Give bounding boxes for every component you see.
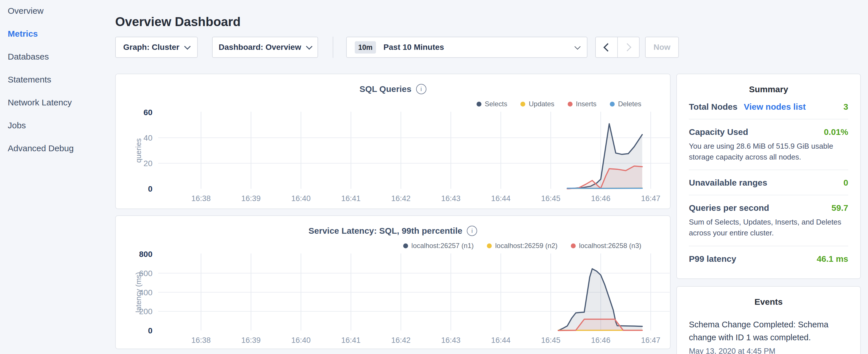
x-tick-label: 16:41 xyxy=(341,336,361,345)
time-window-selector[interactable]: 10m Past 10 Minutes xyxy=(346,37,587,58)
page-title: Overview Dashboard xyxy=(115,14,241,29)
x-tick-label: 16:45 xyxy=(541,336,560,345)
x-tick-label: 16:44 xyxy=(491,194,510,203)
now-button: Now xyxy=(645,37,679,58)
event-message: Schema Change Completed: Schema change w… xyxy=(689,318,848,344)
x-tick-label: 16:42 xyxy=(391,336,411,345)
y-tick-label: 0 xyxy=(148,326,152,335)
summary-label: Total Nodes xyxy=(689,102,737,112)
time-window-badge: 10m xyxy=(355,41,376,54)
event-timestamp: May 13, 2020 at 4:45 PM xyxy=(689,347,848,354)
sidebar-item-advanced-debug[interactable]: Advanced Debug xyxy=(0,137,115,160)
x-tick-label: 16:38 xyxy=(191,336,211,345)
chevron-down-icon xyxy=(575,43,581,50)
chevron-down-icon xyxy=(184,43,191,50)
y-tick-label: 0 xyxy=(148,185,152,193)
event-list-item: Schema Change Completed: Schema change w… xyxy=(689,318,848,354)
summary-panel: Summary Total Nodes View nodes list 3 Ca… xyxy=(676,74,861,279)
sidebar-item-overview[interactable]: Overview xyxy=(0,0,115,22)
x-tick-label: 16:45 xyxy=(541,194,560,203)
time-step-forward-button xyxy=(618,37,639,57)
x-tick-label: 16:43 xyxy=(441,336,461,345)
x-tick-label: 16:40 xyxy=(291,336,311,345)
summary-value: 0 xyxy=(843,178,848,188)
x-tick-label: 16:47 xyxy=(641,336,660,345)
sidebar-item-network-latency[interactable]: Network Latency xyxy=(0,91,115,114)
chevron-left-icon xyxy=(603,43,612,52)
x-tick-label: 16:43 xyxy=(441,194,461,203)
x-tick-label: 16:46 xyxy=(591,194,611,203)
graph-source-dropdown[interactable]: Graph: Cluster xyxy=(115,37,198,58)
sidebar: Overview Metrics Databases Statements Ne… xyxy=(0,0,115,160)
now-button-label: Now xyxy=(653,43,670,52)
y-axis-title: latency (ms) xyxy=(134,272,143,313)
x-tick-label: 16:44 xyxy=(491,336,510,345)
y-tick-label: 20 xyxy=(144,159,152,168)
events-panel: Events Schema Change Completed: Schema c… xyxy=(676,286,861,354)
controls-divider xyxy=(333,37,333,58)
sidebar-item-databases[interactable]: Databases xyxy=(0,45,115,68)
x-tick-label: 16:39 xyxy=(241,336,261,345)
x-tick-label: 16:38 xyxy=(191,194,211,203)
summary-row-total-nodes: Total Nodes View nodes list 3 xyxy=(689,94,848,119)
summary-label: Capacity Used xyxy=(689,127,748,137)
summary-value: 46.1 ms xyxy=(817,254,848,264)
x-tick-label: 16:47 xyxy=(641,194,660,203)
summary-row-queries-per-second: Queries per second 59.7 Sum of Selects, … xyxy=(689,195,848,246)
series-line xyxy=(567,188,643,189)
y-tick-label: 40 xyxy=(144,133,152,142)
events-heading: Events xyxy=(677,297,860,307)
graph-source-dropdown-label: Graph: Cluster xyxy=(123,43,179,52)
chevron-down-icon xyxy=(306,43,313,50)
x-tick-label: 16:39 xyxy=(241,194,261,203)
sidebar-item-jobs[interactable]: Jobs xyxy=(0,114,115,137)
sidebar-item-metrics[interactable]: Metrics xyxy=(0,22,115,45)
x-tick-label: 16:42 xyxy=(391,194,411,203)
sql-queries-chart-card: SQL Queries i SelectsUpdatesInsertsDelet… xyxy=(115,74,671,209)
time-step-buttons xyxy=(595,37,640,58)
y-axis-title: queries xyxy=(134,138,143,163)
summary-label: Unavailable ranges xyxy=(689,178,767,188)
summary-row-unavailable-ranges: Unavailable ranges 0 xyxy=(689,169,848,195)
view-nodes-list-link[interactable]: View nodes list xyxy=(744,102,806,112)
summary-value: 59.7 xyxy=(832,203,848,213)
service-latency-chart[interactable]: 16:3816:3916:4016:4116:4216:4316:4416:45… xyxy=(116,216,670,349)
x-tick-label: 16:40 xyxy=(291,194,311,203)
sql-queries-chart[interactable]: 16:3816:3916:4016:4116:4216:4316:4416:45… xyxy=(116,74,670,208)
y-tick-label: 60 xyxy=(144,108,152,117)
chevron-right-icon xyxy=(623,43,631,51)
summary-label: Queries per second xyxy=(689,203,769,213)
summary-value: 0.01% xyxy=(824,127,848,137)
summary-heading: Summary xyxy=(677,85,860,94)
x-tick-label: 16:46 xyxy=(591,336,611,345)
service-latency-chart-card: Service Latency: SQL, 99th percentile i … xyxy=(115,215,671,349)
summary-row-capacity-used: Capacity Used 0.01% You are using 28.6 M… xyxy=(689,119,848,169)
dashboard-dropdown[interactable]: Dashboard: Overview xyxy=(212,37,318,58)
sidebar-item-statements[interactable]: Statements xyxy=(0,68,115,91)
y-tick-label: 800 xyxy=(139,250,152,259)
sidebar-nav-list: Overview Metrics Databases Statements Ne… xyxy=(0,0,115,160)
summary-description: Sum of Selects, Updates, Inserts, and De… xyxy=(689,217,848,238)
time-window-label: Past 10 Minutes xyxy=(383,43,444,52)
summary-value: 3 xyxy=(843,102,848,112)
summary-description: You are using 28.6 MiB of 515.9 GiB usab… xyxy=(689,141,848,162)
summary-row-p99-latency: P99 latency 46.1 ms xyxy=(689,246,848,271)
summary-label: P99 latency xyxy=(689,254,736,264)
x-tick-label: 16:41 xyxy=(341,194,361,203)
time-step-back-button[interactable] xyxy=(596,37,618,57)
dashboard-dropdown-label: Dashboard: Overview xyxy=(219,43,301,52)
